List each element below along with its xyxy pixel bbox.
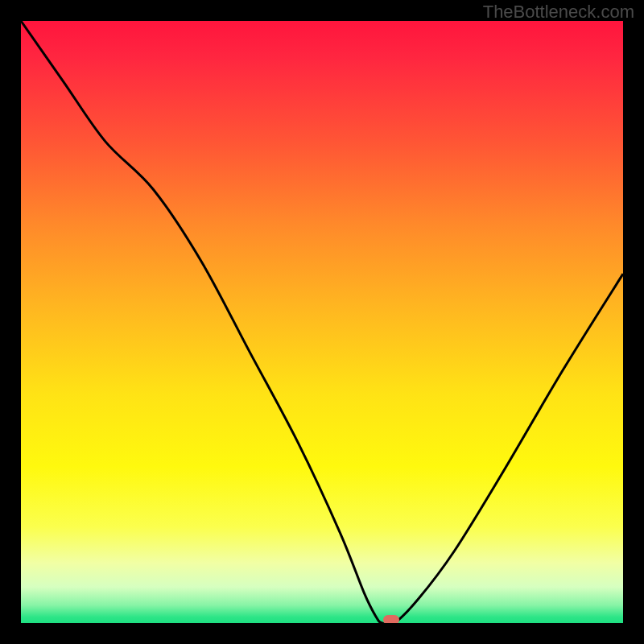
plot-area (21, 21, 623, 623)
optimal-point-marker (383, 615, 399, 623)
bottleneck-curve (21, 21, 623, 623)
curve-path (21, 21, 623, 623)
chart-frame: TheBottleneck.com (0, 0, 644, 644)
watermark-text: TheBottleneck.com (483, 2, 634, 23)
